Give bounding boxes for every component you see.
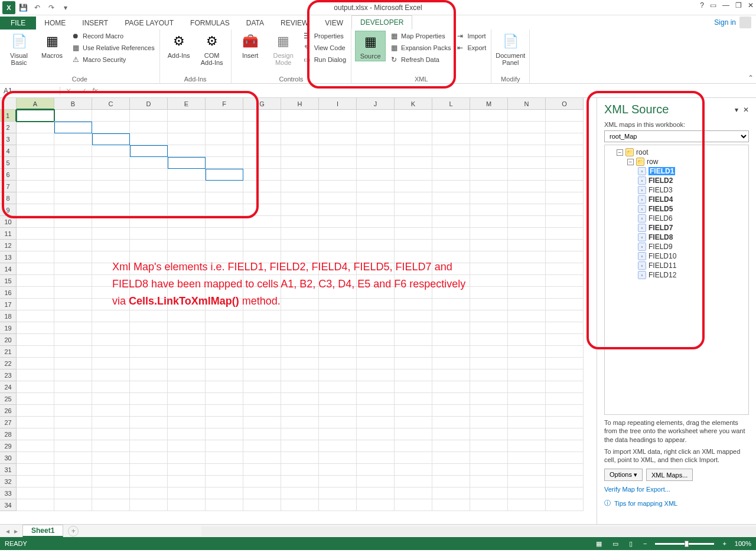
cell-N2[interactable] xyxy=(508,122,546,133)
cell-N5[interactable] xyxy=(508,157,546,169)
cell-A13[interactable] xyxy=(17,251,54,263)
minimize-icon[interactable]: — xyxy=(722,1,729,9)
cell-N28[interactable] xyxy=(508,428,546,440)
tree-field-FIELD3[interactable]: ▫FIELD3 xyxy=(607,185,746,195)
cell-A7[interactable] xyxy=(17,181,54,192)
cell-J33[interactable] xyxy=(357,487,395,499)
cell-I24[interactable] xyxy=(319,381,357,393)
row-header-21[interactable]: 21 xyxy=(0,346,17,358)
cell-N6[interactable] xyxy=(508,169,546,181)
cell-H34[interactable] xyxy=(281,499,319,511)
cell-A23[interactable] xyxy=(17,369,54,381)
select-all-corner[interactable] xyxy=(0,98,17,110)
cell-C7[interactable] xyxy=(92,181,130,192)
cell-A24[interactable] xyxy=(17,381,54,393)
cell-B31[interactable] xyxy=(54,464,92,476)
cell-D32[interactable] xyxy=(130,476,168,487)
cell-D31[interactable] xyxy=(130,464,168,476)
cell-I28[interactable] xyxy=(319,428,357,440)
collapse-ribbon-icon[interactable]: ⌃ xyxy=(748,74,754,82)
cell-O19[interactable] xyxy=(546,322,584,334)
cell-C18[interactable] xyxy=(92,310,130,322)
cell-O32[interactable] xyxy=(546,476,584,487)
row-header-29[interactable]: 29 xyxy=(0,440,17,452)
cell-H22[interactable] xyxy=(281,358,319,369)
cell-M19[interactable] xyxy=(470,322,508,334)
cell-K23[interactable] xyxy=(395,369,432,381)
cell-A33[interactable] xyxy=(17,487,54,499)
cell-A12[interactable] xyxy=(17,240,54,251)
cell-F21[interactable] xyxy=(206,346,243,358)
cell-A20[interactable] xyxy=(17,334,54,346)
cell-K29[interactable] xyxy=(395,440,432,452)
cell-O33[interactable] xyxy=(546,487,584,499)
cell-I11[interactable] xyxy=(319,228,357,240)
cell-E3[interactable] xyxy=(168,133,206,145)
cell-H29[interactable] xyxy=(281,440,319,452)
cell-K33[interactable] xyxy=(395,487,432,499)
cell-C1[interactable] xyxy=(92,110,130,122)
horizontal-scrollbar[interactable] xyxy=(201,526,756,536)
cell-J32[interactable] xyxy=(357,476,395,487)
cell-I30[interactable] xyxy=(319,452,357,464)
cell-M4[interactable] xyxy=(470,145,508,157)
cell-M1[interactable] xyxy=(470,110,508,122)
zoom-in-icon[interactable]: + xyxy=(720,539,728,548)
cell-C6[interactable] xyxy=(92,169,130,181)
cell-O18[interactable] xyxy=(546,310,584,322)
cell-J31[interactable] xyxy=(357,464,395,476)
cell-L19[interactable] xyxy=(432,322,470,334)
macros-button[interactable]: ▦ Macros xyxy=(37,31,67,60)
cell-M30[interactable] xyxy=(470,452,508,464)
cell-I18[interactable] xyxy=(319,310,357,322)
undo-icon[interactable]: ↶ xyxy=(31,1,44,14)
row-header-6[interactable]: 6 xyxy=(0,169,17,181)
cell-I10[interactable] xyxy=(319,216,357,228)
cell-M23[interactable] xyxy=(470,369,508,381)
cell-F32[interactable] xyxy=(206,476,243,487)
tree-field-FIELD12[interactable]: ▫FIELD12 xyxy=(607,270,746,280)
cell-G9[interactable] xyxy=(243,204,281,216)
col-header-E[interactable]: E xyxy=(168,98,206,110)
cell-J18[interactable] xyxy=(357,310,395,322)
cell-F34[interactable] xyxy=(206,499,243,511)
cell-I2[interactable] xyxy=(319,122,357,133)
col-header-O[interactable]: O xyxy=(546,98,584,110)
cell-D29[interactable] xyxy=(130,440,168,452)
row-header-34[interactable]: 34 xyxy=(0,499,17,511)
visual-basic-button[interactable]: 📄 Visual Basic xyxy=(4,31,34,67)
cell-O2[interactable] xyxy=(546,122,584,133)
cell-D4[interactable] xyxy=(130,145,168,157)
cell-N32[interactable] xyxy=(508,476,546,487)
cell-I8[interactable] xyxy=(319,192,357,204)
cell-N23[interactable] xyxy=(508,369,546,381)
row-header-28[interactable]: 28 xyxy=(0,428,17,440)
cell-E25[interactable] xyxy=(168,393,206,405)
cell-I23[interactable] xyxy=(319,369,357,381)
row-header-31[interactable]: 31 xyxy=(0,464,17,476)
cell-K18[interactable] xyxy=(395,310,432,322)
tree-field-FIELD6[interactable]: ▫FIELD6 xyxy=(607,214,746,223)
cell-L5[interactable] xyxy=(432,157,470,169)
cell-O28[interactable] xyxy=(546,428,584,440)
cell-J26[interactable] xyxy=(357,405,395,417)
cell-H28[interactable] xyxy=(281,428,319,440)
cell-K28[interactable] xyxy=(395,428,432,440)
cell-D2[interactable] xyxy=(130,122,168,133)
cell-C33[interactable] xyxy=(92,487,130,499)
cell-J25[interactable] xyxy=(357,393,395,405)
cell-I4[interactable] xyxy=(319,145,357,157)
cell-C24[interactable] xyxy=(92,381,130,393)
cell-F28[interactable] xyxy=(206,428,243,440)
cell-J10[interactable] xyxy=(357,216,395,228)
tab-home[interactable]: HOME xyxy=(36,17,74,30)
cell-C2[interactable] xyxy=(92,122,130,133)
cell-F18[interactable] xyxy=(206,310,243,322)
cell-K24[interactable] xyxy=(395,381,432,393)
cell-M34[interactable] xyxy=(470,499,508,511)
col-header-L[interactable]: L xyxy=(432,98,470,110)
map-properties-button[interactable]: ▦Map Properties xyxy=(388,31,452,41)
cell-B30[interactable] xyxy=(54,452,92,464)
cell-I19[interactable] xyxy=(319,322,357,334)
tab-formulas[interactable]: FORMULAS xyxy=(182,17,238,30)
